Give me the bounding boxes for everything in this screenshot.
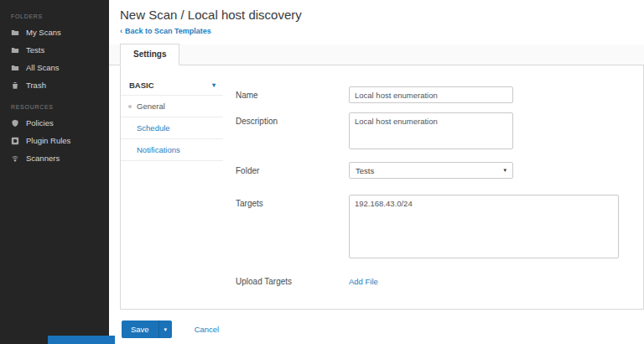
trash-icon — [11, 81, 19, 90]
sidebar-item-all-scans[interactable]: All Scans — [0, 59, 109, 76]
description-label: Description — [236, 112, 349, 149]
back-arrow-icon: ‹ — [120, 27, 122, 35]
folder-label: Folder — [236, 162, 349, 179]
sidebar-item-label: Plugin Rules — [26, 136, 70, 145]
main-content: New Scan / Local host discovery ‹ Back t… — [109, 0, 644, 344]
sidebar-item-policies[interactable]: Policies — [0, 114, 109, 132]
settings-nav-item-notifications[interactable]: Notifications — [121, 139, 223, 161]
folder-selected-value: Tests — [356, 166, 374, 175]
plugin-rules-icon — [11, 137, 19, 145]
form-row-description: Description Local host enumeration — [236, 112, 643, 149]
save-dropdown-caret-icon[interactable]: ▾ — [158, 321, 172, 338]
chevron-down-icon: ▾ — [212, 81, 216, 89]
form-row-upload-targets: Upload Targets Add File — [236, 273, 643, 286]
sidebar-item-label: Trash — [26, 81, 46, 90]
sidebar-section-resources: RESOURCES — [11, 104, 109, 110]
sidebar-item-label: All Scans — [26, 63, 60, 72]
settings-nav-item-label: Notifications — [137, 145, 180, 154]
back-to-scan-templates-link[interactable]: ‹ Back to Scan Templates — [120, 27, 211, 35]
sidebar-item-label: Policies — [26, 118, 54, 128]
folder-icon — [11, 29, 19, 37]
settings-nav-item-general[interactable]: General — [121, 96, 223, 117]
sidebar-item-tests[interactable]: Tests — [0, 41, 109, 59]
settings-nav-item-schedule[interactable]: Schedule — [121, 117, 223, 139]
settings-panel: BASIC ▾ General Schedule Notifications N… — [120, 65, 644, 310]
bullet-dot-icon — [128, 105, 132, 108]
scanners-icon — [11, 154, 19, 163]
sidebar-item-my-scans[interactable]: My Scans — [0, 23, 109, 41]
name-input[interactable] — [349, 86, 513, 103]
save-split-button: Save ▾ — [122, 321, 172, 338]
sidebar-item-trash[interactable]: Trash — [0, 76, 109, 94]
sidebar-item-label: Tests — [26, 45, 44, 55]
dropdown-caret-icon: ▾ — [503, 167, 506, 174]
page-header: New Scan / Local host discovery ‹ Back t… — [109, 0, 644, 37]
app-window: FOLDERS My Scans Tests All Scans Trash R… — [0, 0, 644, 344]
tab-settings[interactable]: Settings — [120, 44, 179, 65]
form-row-name: Name — [236, 86, 643, 103]
back-link-label: Back to Scan Templates — [125, 27, 211, 35]
sidebar-item-plugin-rules[interactable]: Plugin Rules — [0, 132, 109, 149]
tab-bar: Settings — [109, 44, 644, 65]
upload-targets-label: Upload Targets — [236, 273, 349, 286]
form-row-targets: Targets 192.168.43.0/24 — [236, 195, 643, 258]
targets-label: Targets — [236, 195, 349, 258]
sidebar-item-label: My Scans — [26, 28, 61, 37]
name-label: Name — [236, 86, 349, 103]
save-button[interactable]: Save — [122, 321, 158, 338]
folder-icon — [11, 46, 19, 55]
add-file-link[interactable]: Add File — [349, 273, 378, 286]
settings-nav-group-label: BASIC — [129, 81, 154, 90]
settings-nav-item-label: Schedule — [137, 123, 170, 133]
folder-select[interactable]: Tests ▾ — [349, 162, 513, 179]
sidebar: FOLDERS My Scans Tests All Scans Trash R… — [0, 0, 109, 344]
bottom-blue-bar — [48, 336, 115, 344]
policies-icon — [11, 119, 19, 128]
cancel-button[interactable]: Cancel — [195, 325, 220, 334]
scan-settings-form: Name Description Local host enumeration … — [223, 65, 643, 309]
description-textarea[interactable]: Local host enumeration — [349, 112, 513, 149]
sidebar-item-label: Scanners — [26, 154, 60, 163]
form-row-folder: Folder Tests ▾ — [236, 162, 643, 179]
folder-icon — [11, 64, 19, 72]
settings-nav-group-basic[interactable]: BASIC ▾ — [121, 76, 223, 96]
sidebar-item-scanners[interactable]: Scanners — [0, 149, 109, 167]
targets-textarea[interactable]: 192.168.43.0/24 — [349, 195, 619, 258]
settings-nav-item-label: General — [137, 102, 165, 111]
sidebar-section-folders: FOLDERS — [11, 13, 109, 19]
page-title: New Scan / Local host discovery — [120, 8, 644, 22]
settings-nav: BASIC ▾ General Schedule Notifications — [121, 65, 223, 309]
form-footer: Save ▾ Cancel — [122, 321, 644, 338]
